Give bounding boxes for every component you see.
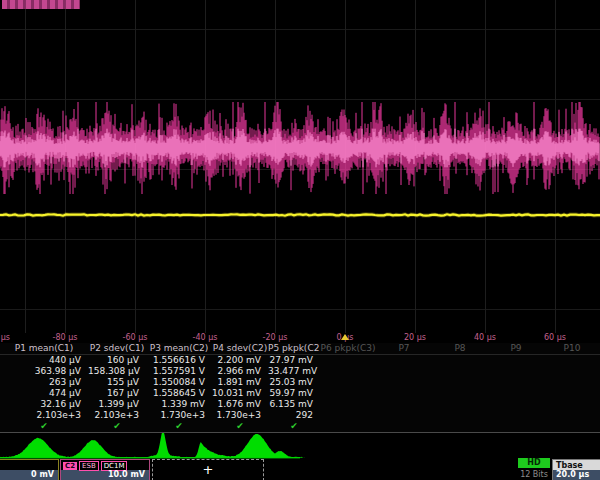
timebase-descriptor[interactable]: Tbase 20.0 µs: [552, 459, 600, 480]
measure-value-cell: [544, 355, 600, 366]
measure-value-cell: 363.98 µV: [0, 366, 88, 377]
measure-value-cell: [376, 366, 432, 377]
measure-header-p3[interactable]: P3 mean(C2): [146, 343, 212, 355]
measurement-histogram: [0, 433, 600, 459]
measure-header-p1[interactable]: P1 mean(C1): [0, 343, 88, 355]
measure-value-cell: 1.556616 V: [146, 355, 212, 366]
measurement-table: P1 mean(C1)P2 sdev(C1)P3 mean(C2)P4 sdev…: [0, 343, 600, 432]
time-axis-label: 60 µs: [544, 333, 566, 342]
measure-value-cell: [320, 399, 376, 410]
timebase-label: Tbase: [553, 460, 600, 470]
measure-value-cell: [320, 388, 376, 399]
channel-c2-descriptor[interactable]: C2 ESB DC1M 10.0 mV: [60, 459, 150, 480]
timebase-per-div: 20.0 µs: [553, 470, 600, 480]
measure-value-cell: [488, 366, 544, 377]
measure-value-cell: [544, 366, 600, 377]
measure-value-cell: [488, 355, 544, 366]
measure-value-cell: 33.477 mV: [268, 366, 320, 377]
descriptor-bar: DC1M 0 mV C2 ESB DC1M 10.0 mV + HD 12 Bi…: [0, 459, 600, 480]
measure-value-cell: [432, 377, 488, 388]
c2-esb-chip: ESB: [79, 461, 99, 471]
measure-value-cell: 32.16 µV: [0, 399, 88, 410]
measure-header-p4[interactable]: P4 sdev(C2): [212, 343, 268, 355]
measure-value-cell: 1.557591 V: [146, 366, 212, 377]
measure-header-p2[interactable]: P2 sdev(C1): [88, 343, 146, 355]
measure-value-cell: 1.339 mV: [146, 399, 212, 410]
measure-value-cell: 474 µV: [0, 388, 88, 399]
measure-value-cell: 59.97 mV: [268, 388, 320, 399]
measure-status-check: ✔: [0, 421, 88, 432]
measure-status-check: [432, 421, 488, 432]
measure-header-p6[interactable]: P6 pkpk(C3): [320, 343, 376, 355]
measure-status-check: ✔: [146, 421, 212, 432]
measure-value-cell: 1.891 mV: [212, 377, 268, 388]
measure-value-cell: [376, 377, 432, 388]
measure-value-cell: 1.399 µV: [88, 399, 146, 410]
measure-value-cell: 1.550084 V: [146, 377, 212, 388]
c2-volts-per-div: 10.0 mV: [61, 470, 149, 480]
measure-header-p10[interactable]: P10: [544, 343, 600, 355]
measure-value-cell: 292: [268, 410, 320, 421]
measure-status-check: ✔: [212, 421, 268, 432]
measure-header-p7[interactable]: P7: [376, 343, 432, 355]
channel-c1-descriptor[interactable]: DC1M 0 mV: [0, 459, 59, 480]
measure-value-cell: 1.558645 V: [146, 388, 212, 399]
measure-value-cell: 2.103e+3: [0, 410, 88, 421]
measure-value-cell: 158.308 µV: [88, 366, 146, 377]
measure-value-cell: 263 µV: [0, 377, 88, 388]
measure-status-check: [544, 421, 600, 432]
time-axis-label: -80 µs: [53, 333, 78, 342]
measure-value-cell: [376, 410, 432, 421]
measure-value-cell: 1.676 mV: [212, 399, 268, 410]
waveform-grid[interactable]: [0, 0, 600, 333]
measure-value-cell: [544, 388, 600, 399]
measure-value-cell: [432, 355, 488, 366]
measure-status-check: [376, 421, 432, 432]
measure-header-p9[interactable]: P9: [488, 343, 544, 355]
measure-header-p5[interactable]: P5 pkpk(C2): [268, 343, 320, 355]
measure-status-check: [488, 421, 544, 432]
measure-value-cell: [488, 399, 544, 410]
measure-value-cell: [432, 410, 488, 421]
measure-value-cell: [432, 399, 488, 410]
measure-value-cell: 10.031 mV: [212, 388, 268, 399]
c2-coupling-chip: DC1M: [101, 461, 128, 471]
measure-value-cell: 2.200 mV: [212, 355, 268, 366]
measure-value-cell: 2.103e+3: [88, 410, 146, 421]
c1-volts-per-div: 0 mV: [0, 470, 58, 480]
measure-value-cell: 1.730e+3: [146, 410, 212, 421]
measure-value-cell: [320, 377, 376, 388]
measure-value-cell: 2.966 mV: [212, 366, 268, 377]
trigger-time-marker-icon: [341, 334, 349, 340]
measure-value-cell: [488, 388, 544, 399]
measure-value-cell: [320, 410, 376, 421]
measure-header-p8[interactable]: P8: [432, 343, 488, 355]
measure-value-cell: [432, 388, 488, 399]
time-axis-label: -20 µs: [263, 333, 288, 342]
oscilloscope-screen: -100 µs-80 µs-60 µs-40 µs-20 µs0 µs20 µs…: [0, 0, 600, 480]
measure-value-cell: 6.135 mV: [268, 399, 320, 410]
measure-value-cell: 160 µV: [88, 355, 146, 366]
c2-label: C2: [63, 462, 77, 470]
time-axis-label: -60 µs: [123, 333, 148, 342]
measure-value-cell: 155 µV: [88, 377, 146, 388]
time-axis-label: 20 µs: [404, 333, 426, 342]
measure-value-cell: 25.03 mV: [268, 377, 320, 388]
measure-value-cell: [432, 366, 488, 377]
add-trace-button[interactable]: +: [152, 459, 264, 480]
measure-value-cell: 27.97 mV: [268, 355, 320, 366]
measure-value-cell: [376, 388, 432, 399]
measure-value-cell: [320, 355, 376, 366]
measure-value-cell: [376, 355, 432, 366]
time-axis-label: -40 µs: [193, 333, 218, 342]
measure-value-cell: 440 µV: [0, 355, 88, 366]
hd-mode-badge[interactable]: HD: [518, 458, 550, 468]
time-axis-label: -100 µs: [0, 333, 10, 342]
measure-value-cell: 167 µV: [88, 388, 146, 399]
plus-icon: +: [153, 460, 263, 479]
measure-status-check: [320, 421, 376, 432]
measure-status-check: ✔: [88, 421, 146, 432]
measure-value-cell: [544, 399, 600, 410]
waveform-traces: [0, 0, 600, 333]
measure-value-cell: [488, 377, 544, 388]
